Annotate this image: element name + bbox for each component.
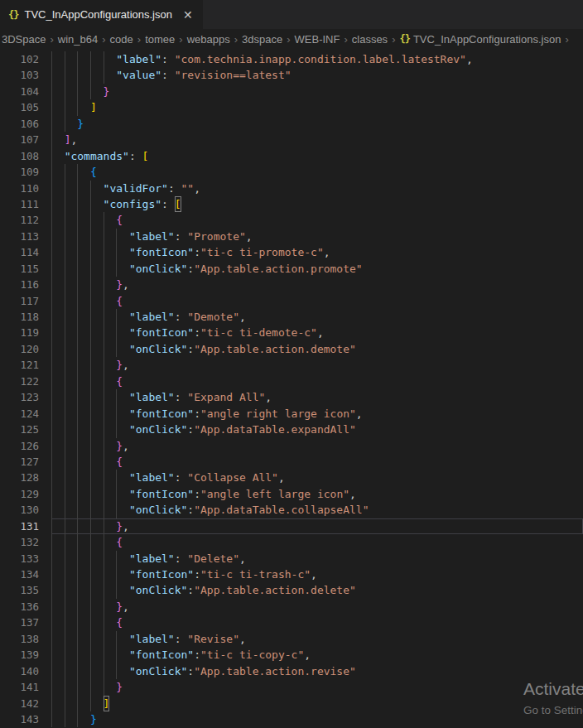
code-token: "onClick"	[129, 261, 187, 277]
indent-guides	[51, 261, 129, 277]
code-line[interactable]: 134"fontIcon":"ti-c ti-trash-c",	[0, 566, 583, 582]
indent-guides	[51, 696, 104, 711]
code-token: :	[194, 244, 200, 260]
code-line[interactable]: 123"label": "Expand All",	[0, 389, 583, 405]
line-number: 109	[0, 164, 51, 180]
code-line[interactable]: 139"fontIcon":"ti-c ti-copy-c",	[0, 647, 583, 663]
indent-guides	[51, 599, 116, 615]
code-line[interactable]: 112{	[0, 212, 583, 228]
code-token: :	[194, 325, 200, 340]
code-token: :	[194, 647, 200, 663]
indent-guides	[51, 277, 116, 292]
code-line[interactable]: 116},	[0, 277, 583, 292]
code-token: }	[116, 277, 123, 292]
code-line[interactable]: 110"validFor": "",	[0, 181, 583, 196]
line-number: 132	[0, 534, 51, 550]
code-line[interactable]: 103"value": "revision==latest"	[0, 67, 583, 83]
breadcrumb-item[interactable]: classes	[352, 33, 388, 46]
line-number: 112	[0, 212, 51, 228]
code-line[interactable]: 117{	[0, 293, 583, 309]
code-token: ,	[239, 309, 246, 325]
code-token: "angle left large icon"	[200, 486, 349, 502]
tab-tvc-inappconfigurations[interactable]: {} TVC_InAppConfigurations.json ✕	[0, 0, 203, 29]
code-line[interactable]: 107],	[0, 132, 583, 147]
code-line[interactable]: 122{	[0, 374, 583, 389]
code-line[interactable]: 104}	[0, 84, 583, 99]
line-number: 104	[0, 84, 51, 99]
line-number: 125	[0, 422, 51, 437]
code-token: "validFor"	[104, 181, 168, 196]
breadcrumb-item[interactable]: 3DSpace	[2, 33, 46, 46]
code-line[interactable]: 125"onClick":"App.dataTable.expandAll"	[0, 422, 583, 437]
code-token: :	[194, 486, 200, 502]
line-number: 141	[0, 679, 51, 695]
indent-guides	[51, 711, 90, 727]
code-line[interactable]: 133"label": "Delete",	[0, 551, 583, 566]
code-token: }	[116, 438, 123, 454]
code-line[interactable]: 102"label": "com.technia.inapp.condition…	[0, 51, 583, 67]
indent-guides	[51, 341, 129, 357]
line-number: 108	[0, 148, 51, 164]
line-number: 135	[0, 582, 51, 598]
line-number: 115	[0, 261, 51, 277]
code-line[interactable]: 126},	[0, 438, 583, 454]
code-token: "Collapse All"	[187, 470, 278, 485]
code-line[interactable]: 109{	[0, 164, 583, 180]
close-icon[interactable]: ✕	[183, 9, 193, 21]
code-line[interactable]: 143}	[0, 711, 583, 727]
indent-guides	[51, 99, 90, 115]
breadcrumb-item[interactable]: tomee	[145, 33, 175, 46]
code-line[interactable]: 119"fontIcon":"ti-c ti-demote-c",	[0, 325, 583, 340]
code-line[interactable]: 136},	[0, 599, 583, 615]
code-line[interactable]: 141}	[0, 679, 583, 695]
code-token: :	[187, 502, 194, 518]
code-token: {	[116, 615, 123, 630]
code-line[interactable]: 132{	[0, 534, 583, 550]
code-token: :	[187, 422, 194, 437]
code-line[interactable]: 130"onClick":"App.dataTable.collapseAll"	[0, 502, 583, 518]
indent-guides	[51, 534, 116, 550]
code-token: }	[116, 599, 123, 615]
code-token: "fontIcon"	[129, 647, 194, 663]
code-line[interactable]: 105]	[0, 99, 583, 115]
code-line[interactable]: 113"label": "Promote",	[0, 229, 583, 244]
breadcrumb-item[interactable]: webapps	[187, 33, 230, 46]
code-token: "onClick"	[129, 663, 187, 679]
code-line[interactable]: 142]	[0, 696, 583, 711]
breadcrumb-file[interactable]: {}TVC_InAppConfigurations.json	[399, 33, 561, 46]
code-line[interactable]: 129"fontIcon":"angle left large icon",	[0, 486, 583, 502]
code-editor[interactable]: 102"label": "com.technia.inapp.condition…	[0, 49, 583, 727]
code-line[interactable]: 118"label": "Demote",	[0, 309, 583, 325]
breadcrumb-item[interactable]: WEB-INF	[295, 33, 340, 46]
indent-guides	[51, 582, 129, 598]
indent-guides	[51, 389, 129, 405]
code-line[interactable]: 127{	[0, 454, 583, 470]
code-line[interactable]: 115"onClick":"App.table.action.promote"	[0, 261, 583, 277]
indent-guides	[51, 196, 104, 212]
code-line[interactable]: 131},	[0, 518, 583, 534]
code-token: :	[175, 229, 188, 244]
code-token: :	[187, 261, 194, 277]
code-line[interactable]: 135"onClick":"App.table.action.delete"	[0, 582, 583, 598]
code-line[interactable]: 140"onClick":"App.table.action.revise"	[0, 663, 583, 679]
code-line[interactable]: 124"fontIcon":"angle right large icon",	[0, 406, 583, 422]
code-line[interactable]: 128"label": "Collapse All",	[0, 470, 583, 485]
code-line[interactable]: 108"commands": [	[0, 148, 583, 164]
watermark-line2: Go to Settings to activate Windows.	[523, 704, 583, 716]
code-token: ,	[278, 470, 285, 485]
line-number: 119	[0, 325, 51, 340]
breadcrumb-item[interactable]: code	[110, 33, 133, 46]
breadcrumb-item[interactable]: 3dspace	[242, 33, 282, 46]
code-token: "revision==latest"	[175, 67, 292, 83]
line-number: 142	[0, 696, 51, 711]
code-token: :	[161, 67, 175, 83]
code-line[interactable]: 120"onClick":"App.table.action.demote"	[0, 341, 583, 357]
breadcrumb-item[interactable]: win_b64	[58, 33, 98, 46]
code-line[interactable]: 138"label": "Revise",	[0, 631, 583, 647]
code-line[interactable]: 114"fontIcon":"ti-c ti-promote-c",	[0, 244, 583, 260]
code-line[interactable]: 137{	[0, 615, 583, 630]
code-line[interactable]: 106}	[0, 116, 583, 132]
code-line[interactable]: 111"configs": [	[0, 196, 583, 212]
indent-guides	[51, 438, 116, 454]
code-line[interactable]: 121},	[0, 357, 583, 373]
